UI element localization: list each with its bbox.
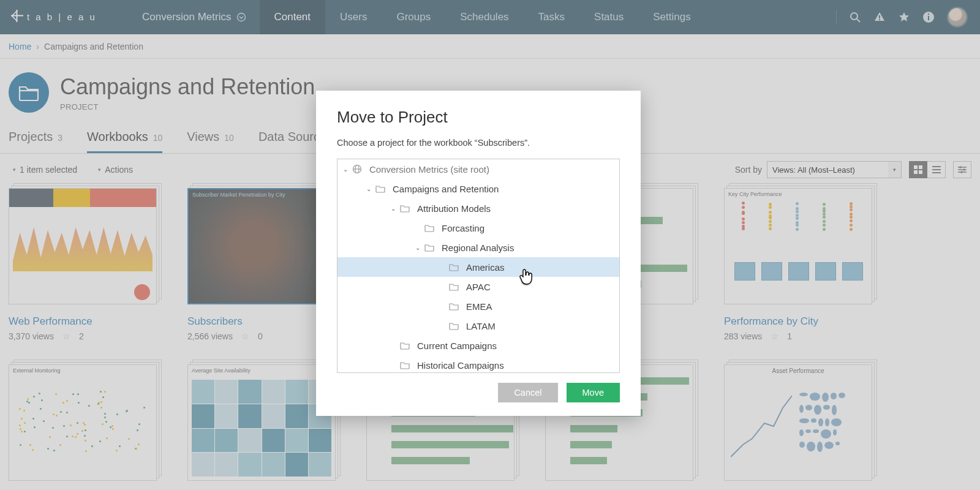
tree-item[interactable]: ⌄Attribution Models [337,198,619,218]
tree-label: EMEA [466,301,492,312]
folder-icon [400,341,411,350]
tree-label: APAC [466,282,491,292]
tree-label: Americas [466,262,505,273]
chevron-down-icon[interactable]: ⌄ [366,186,372,192]
tree-item[interactable]: ⌄Campaigns and Retention [337,179,619,198]
modal-title: Move to Project [337,108,620,127]
move-button[interactable]: Move [567,383,620,402]
folder-icon [400,204,411,213]
tree-label: Current Campaigns [417,341,497,351]
folder-icon [400,361,411,369]
folder-icon [449,263,460,271]
tree-item[interactable]: EMEA [337,296,619,316]
tree-label: Campaigns and Retention [393,184,499,194]
folder-icon [449,322,460,330]
tree-label: Forcasting [442,223,484,233]
folder-icon [375,184,386,193]
globe-icon [352,164,363,174]
tree-item[interactable]: ⌄Regional Analysis [337,238,619,257]
tree-label: Historical Campaigns [417,360,504,371]
tree-label: Regional Analysis [442,243,514,253]
folder-icon [424,224,435,232]
tree-item[interactable]: Americas [337,257,619,277]
chevron-down-icon[interactable]: ⌄ [415,244,421,251]
cancel-button[interactable]: Cancel [498,383,557,402]
folder-icon [449,282,460,291]
tree-item[interactable]: Current Campaigns [337,336,619,355]
tree-label: LATAM [466,321,496,331]
tree-item[interactable]: Forcasting [337,218,619,238]
tree-label: Conversion Metrics (site root) [369,164,489,175]
tree-item[interactable]: APAC [337,277,619,296]
folder-icon [424,243,435,252]
tree-label: Attribution Models [417,203,491,214]
chevron-down-icon[interactable]: ⌄ [390,205,396,212]
folder-icon [449,302,460,311]
tree-root[interactable]: ⌄ Conversion Metrics (site root) [337,159,619,179]
modal-prompt: Choose a project for the workbook “Subsc… [337,138,620,148]
tree-item[interactable]: LATAM [337,316,619,336]
move-project-modal: Move to Project Choose a project for the… [316,91,641,416]
chevron-down-icon: ⌄ [342,166,349,173]
tree-item[interactable]: Historical Campaigns [337,355,619,373]
project-tree: ⌄ Conversion Metrics (site root) ⌄Campai… [337,159,620,373]
